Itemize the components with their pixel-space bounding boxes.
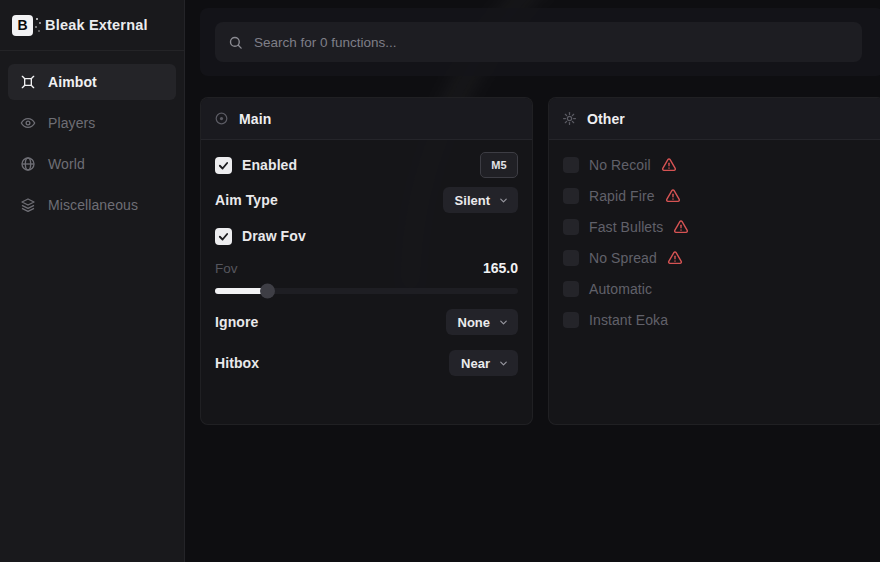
other-row-rapid-fire: Rapid Fire [563,187,870,204]
ignore-row: Ignore None [215,309,518,335]
panel-title: Other [587,111,625,127]
app-brand: B Bleak External [0,0,184,51]
other-row-instant-eoka: Instant Eoka [563,311,870,328]
warning-icon [673,219,689,235]
no-recoil-checkbox[interactable] [563,157,579,173]
other-row-fast-bullets: Fast Bullets [563,218,870,235]
fov-value: 165.0 [483,260,518,276]
app-window: B Bleak External Aimbot Players [0,0,880,562]
hitbox-dropdown[interactable]: Near [449,350,518,376]
slider-thumb[interactable] [260,284,275,299]
automatic-label: Automatic [589,281,652,297]
warning-icon [665,188,681,204]
aim-type-dropdown[interactable]: Silent [443,187,518,213]
sidebar: B Bleak External Aimbot Players [0,0,185,562]
ignore-value: None [458,315,491,330]
ignore-dropdown[interactable]: None [446,309,519,335]
chevron-down-icon [498,195,509,206]
sidebar-item-label: World [48,156,85,172]
draw-fov-label: Draw Fov [242,228,306,244]
panel-other-body: No Recoil Rapid Fire F [549,140,880,358]
rapid-fire-checkbox[interactable] [563,188,579,204]
slider-track [215,288,518,294]
enabled-label: Enabled [242,157,297,173]
draw-fov-checkbox[interactable] [215,228,232,245]
fast-bullets-label: Fast Bullets [589,219,663,235]
layers-icon [20,197,36,213]
panels-row: Main Enabled M5 Aim Type Silent [200,97,880,425]
sidebar-item-world[interactable]: World [8,146,176,182]
other-row-no-recoil: No Recoil [563,156,870,173]
logo-letter: B [17,17,27,33]
check-icon [218,231,229,242]
hitbox-value: Near [461,356,490,371]
target-icon [214,111,229,126]
instant-eoka-checkbox[interactable] [563,312,579,328]
other-row-no-spread: No Spread [563,249,870,266]
sidebar-item-aimbot[interactable]: Aimbot [8,64,176,100]
hitbox-label: Hitbox [215,355,259,371]
no-spread-label: No Spread [589,250,657,266]
enabled-row: Enabled M5 [215,152,518,178]
hitbox-row: Hitbox Near [215,350,518,376]
slider-fill [215,288,267,294]
eye-icon [20,115,36,131]
search-icon [228,35,243,50]
sidebar-item-label: Miscellaneous [48,197,138,213]
panel-other-header: Other [549,98,880,140]
fov-label: Fov [215,261,238,276]
aim-type-row: Aim Type Silent [215,187,518,213]
no-spread-checkbox[interactable] [563,250,579,266]
gear-icon [562,111,577,126]
sidebar-item-miscellaneous[interactable]: Miscellaneous [8,187,176,223]
app-logo-icon: B [12,15,33,36]
rapid-fire-label: Rapid Fire [589,188,655,204]
warning-icon [661,157,677,173]
check-icon [218,160,229,171]
ignore-label: Ignore [215,314,258,330]
instant-eoka-label: Instant Eoka [589,312,668,328]
keybind-button[interactable]: M5 [480,152,518,178]
chevron-down-icon [498,317,509,328]
fov-slider[interactable] [215,284,518,298]
draw-fov-row: Draw Fov [215,223,518,249]
other-row-automatic: Automatic [563,280,870,297]
app-title: Bleak External [45,17,148,33]
panel-main-header: Main [201,98,532,140]
panel-title: Main [239,111,271,127]
main-content: Search for 0 functions... Main [185,0,880,562]
search-container: Search for 0 functions... [200,8,880,76]
chevron-down-icon [498,358,509,369]
fov-row: Fov 165.0 [215,259,518,277]
aim-type-label: Aim Type [215,192,278,208]
sidebar-item-label: Aimbot [48,74,97,90]
panel-other: Other No Recoil Rapid Fire [548,97,880,425]
enabled-checkbox[interactable] [215,157,232,174]
panel-main: Main Enabled M5 Aim Type Silent [200,97,533,425]
fast-bullets-checkbox[interactable] [563,219,579,235]
globe-icon [20,156,36,172]
search-input[interactable]: Search for 0 functions... [215,22,862,62]
no-recoil-label: No Recoil [589,157,651,173]
sidebar-nav: Aimbot Players World Miscellaneous [0,51,184,241]
automatic-checkbox[interactable] [563,281,579,297]
search-placeholder: Search for 0 functions... [254,35,397,50]
sidebar-item-players[interactable]: Players [8,105,176,141]
aim-type-value: Silent [455,193,490,208]
sidebar-item-label: Players [48,115,95,131]
warning-icon [667,250,683,266]
crosshair-scan-icon [20,74,36,90]
panel-main-body: Enabled M5 Aim Type Silent [201,140,532,388]
